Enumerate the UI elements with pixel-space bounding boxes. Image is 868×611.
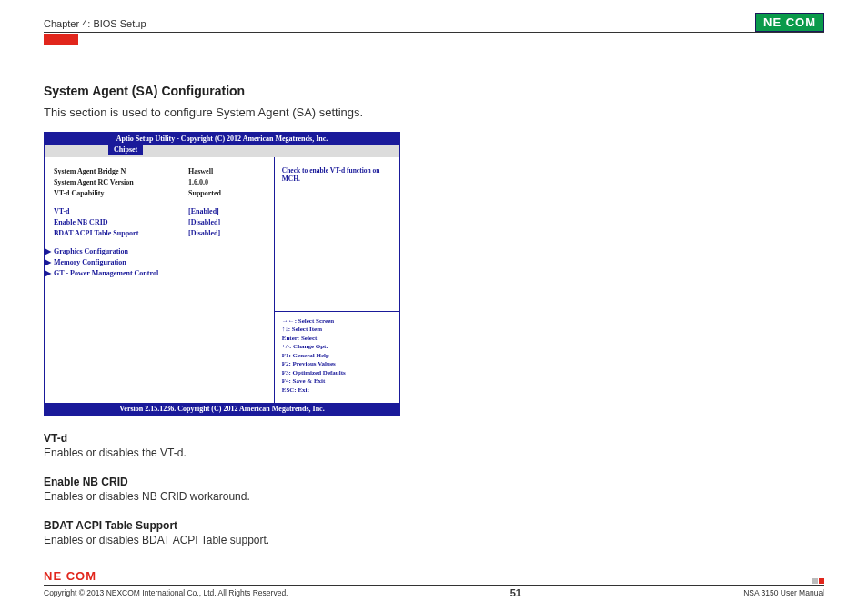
bios-body: System Agent Bridge NHaswell System Agen…: [45, 157, 399, 403]
bios-info-row: System Agent Bridge NHaswell: [54, 166, 268, 177]
page-footer: NE COM Copyright © 2013 NEXCOM Internati…: [44, 569, 824, 598]
desc-text: Enables or disables BDAT ACPI Table supp…: [44, 534, 826, 546]
copyright-text: Copyright © 2013 NEXCOM International Co…: [44, 588, 288, 597]
bios-option-row: Enable NB CRID[Disabled]: [54, 217, 268, 228]
bios-label: VT-d: [54, 206, 188, 217]
bios-value: 1.6.0.0: [188, 177, 208, 188]
bios-value: Supported: [188, 188, 221, 199]
description-block: BDAT ACPI Table Support Enables or disab…: [44, 519, 826, 546]
bios-value: [Disabled]: [188, 228, 220, 239]
arrow-icon: ▶: [45, 257, 51, 268]
bios-tabbar: Chipset: [45, 145, 399, 157]
bios-footer: Version 2.15.1236. Copyright (C) 2012 Am…: [45, 403, 399, 415]
bios-label: BDAT ACPI Table Support: [54, 228, 188, 239]
bios-submenu-label: GT - Power Management Control: [54, 268, 158, 279]
bios-label: Enable NB CRID: [54, 217, 188, 228]
desc-title: BDAT ACPI Table Support: [44, 519, 826, 532]
desc-title: VT-d: [44, 432, 826, 445]
bios-info-row: VT-d CapabilitySupported: [54, 188, 268, 199]
footer-squares-icon: [812, 578, 824, 584]
bios-key-line: F1: General Help: [282, 352, 392, 360]
bios-label: System Agent Bridge N: [54, 166, 188, 177]
brand-logo-top: NE COM: [755, 13, 824, 32]
bios-submenu: ▶Memory Configuration: [54, 257, 268, 268]
bios-key-line: ↑↓: Select Item: [282, 326, 392, 334]
footer-rule: [44, 585, 824, 586]
bios-titlebar: Aptio Setup Utility - Copyright (C) 2012…: [45, 133, 399, 145]
page-number: 51: [510, 587, 521, 598]
desc-title: Enable NB CRID: [44, 476, 826, 488]
bios-key-line: ESC: Exit: [282, 386, 392, 395]
red-tab-decor: [44, 34, 78, 45]
arrow-icon: ▶: [45, 268, 51, 279]
chapter-label: Chapter 4: BIOS Setup: [44, 18, 146, 32]
bios-right-pane: Check to enable VT-d function on MCH. →←…: [275, 157, 399, 403]
desc-text: Enables or disables the VT-d.: [44, 446, 826, 459]
bios-key-line: Enter: Select: [282, 335, 392, 343]
bios-key-line: F3: Optimized Defaults: [282, 369, 392, 377]
bios-value: Haswell: [188, 166, 213, 177]
bios-submenu-label: Memory Configuration: [54, 257, 126, 268]
bios-screenshot: Aptio Setup Utility - Copyright (C) 2012…: [44, 132, 400, 416]
bios-key-line: +/-: Change Opt.: [282, 343, 392, 351]
bios-help-text: Check to enable VT-d function on MCH.: [275, 157, 399, 312]
brand-logo-bottom: NE COM: [44, 569, 824, 583]
bios-key-help: →←: Select Screen ↑↓: Select Item Enter:…: [275, 312, 399, 403]
bios-label: System Agent RC Version: [54, 177, 188, 188]
bios-key-line: F2: Previous Values: [282, 360, 392, 368]
doc-title: NSA 3150 User Manual: [743, 588, 824, 597]
bios-value: [Disabled]: [188, 217, 220, 228]
footer-row: Copyright © 2013 NEXCOM International Co…: [44, 587, 824, 598]
bios-tab-chipset: Chipset: [108, 145, 143, 155]
page-header: Chapter 4: BIOS Setup NE COM: [44, 13, 824, 33]
bios-option-row: BDAT ACPI Table Support[Disabled]: [54, 228, 268, 239]
content-area: System Agent (SA) Configuration This sec…: [44, 84, 826, 546]
bios-key-line: →←: Select Screen: [282, 317, 392, 326]
section-title: System Agent (SA) Configuration: [44, 84, 826, 98]
description-block: VT-d Enables or disables the VT-d.: [44, 432, 826, 459]
bios-option-row: VT-d[Enabled]: [54, 206, 268, 217]
bios-submenu-label: Graphics Configuration: [54, 246, 128, 257]
bios-value: [Enabled]: [188, 206, 219, 217]
bios-submenu: ▶Graphics Configuration: [54, 246, 268, 257]
bios-label: VT-d Capability: [54, 188, 188, 199]
section-subtitle: This section is used to configure System…: [44, 105, 826, 119]
bios-info-row: System Agent RC Version1.6.0.0: [54, 177, 268, 188]
bios-left-pane: System Agent Bridge NHaswell System Agen…: [45, 157, 275, 403]
arrow-icon: ▶: [45, 246, 51, 257]
bios-key-line: F4: Save & Exit: [282, 377, 392, 386]
desc-text: Enables or disables NB CRID workaround.: [44, 490, 826, 503]
description-block: Enable NB CRID Enables or disables NB CR…: [44, 476, 826, 503]
bios-submenu: ▶GT - Power Management Control: [54, 268, 268, 279]
